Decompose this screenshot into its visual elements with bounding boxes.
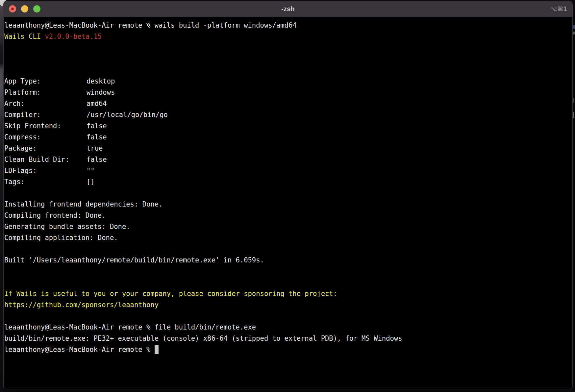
background-fragment — [573, 25, 575, 29]
terminal-line — [4, 53, 571, 64]
terminal-text: Compiling application: Done. — [4, 234, 118, 242]
info-value: amd64 — [87, 100, 107, 108]
terminal-line: Arch:amd64 — [4, 98, 571, 109]
info-value: true — [87, 144, 103, 152]
window-title: -zsh — [4, 1, 572, 17]
terminal-text: leaanthony@Leas-MacBook-Air remote % wai… — [4, 21, 297, 29]
info-value: false — [87, 133, 107, 141]
terminal-line: Built '/Users/leaanthony/remote/build/bi… — [4, 255, 571, 266]
terminal-line: leaanthony@Leas-MacBook-Air remote % — [4, 344, 571, 355]
terminal-line — [4, 277, 571, 288]
terminal-screen[interactable]: leaanthony@Leas-MacBook-Air remote % wai… — [4, 17, 572, 355]
terminal-line: leaanthony@Leas-MacBook-Air remote % wai… — [4, 20, 571, 31]
terminal-text: https://github.com/sponsors/leaanthony — [4, 301, 159, 309]
terminal-line — [4, 243, 571, 255]
info-label: Arch: — [4, 98, 87, 109]
terminal-line — [4, 310, 571, 322]
close-button[interactable] — [9, 5, 16, 12]
background-fragment — [573, 98, 574, 103]
terminal-line — [4, 266, 571, 277]
terminal-line — [4, 187, 571, 199]
tab-shortcut-badge: ⌥⌘1 — [550, 1, 567, 17]
info-label: App Type: — [4, 76, 87, 87]
terminal-line: Skip Frontend:false — [4, 120, 571, 132]
terminal-text: If Wails is useful to you or your compan… — [4, 290, 337, 298]
terminal-line: Compiling application: Done. — [4, 232, 571, 243]
terminal-line: If Wails is useful to you or your compan… — [4, 288, 571, 299]
terminal-line — [4, 64, 571, 76]
info-value: windows — [87, 88, 115, 96]
info-label: Platform: — [4, 87, 87, 98]
terminal-line: Tags:[] — [4, 176, 571, 187]
terminal-line: build/bin/remote.exe: PE32+ executable (… — [4, 333, 571, 344]
info-label: Compiler: — [4, 109, 87, 120]
window-titlebar[interactable]: -zsh ⌥⌘1 — [4, 1, 572, 17]
background-window-edge-right — [573, 0, 575, 392]
terminal-line: https://github.com/sponsors/leaanthony — [4, 299, 571, 310]
terminal-window: -zsh ⌥⌘1 leaanthony@Leas-MacBook-Air rem… — [3, 1, 573, 389]
info-label: Tags: — [4, 176, 87, 187]
info-label: LDFlags: — [4, 165, 87, 176]
terminal-cursor — [155, 345, 159, 354]
terminal-text: leaanthony@Leas-MacBook-Air remote % — [4, 346, 155, 354]
terminal-line: Compress:false — [4, 132, 571, 143]
terminal-text: Installing frontend dependencies: Done. — [4, 200, 162, 208]
info-label: Package: — [4, 143, 87, 154]
info-label: Clean Build Dir: — [4, 154, 87, 165]
terminal-line: Compiler:/usr/local/go/bin/go — [4, 109, 571, 120]
terminal-text: v2.0.0-beta.15 — [45, 33, 102, 40]
info-value: /usr/local/go/bin/go — [87, 111, 168, 119]
background-fragment — [573, 32, 575, 35]
terminal-line: Clean Build Dir:false — [4, 154, 571, 165]
terminal-line — [4, 42, 571, 53]
modified-indicator-dot — [11, 8, 14, 10]
terminal-text: Built '/Users/leaanthony/remote/build/bi… — [4, 256, 264, 264]
terminal-text: build/bin/remote.exe: PE32+ executable (… — [4, 334, 402, 342]
info-value: [] — [87, 178, 95, 186]
info-value: false — [87, 122, 107, 130]
terminal-line: Installing frontend dependencies: Done. — [4, 199, 571, 210]
info-value: desktop — [87, 77, 115, 85]
background-fragment — [573, 112, 574, 118]
terminal-line: Package:true — [4, 143, 571, 154]
info-label: Skip Frontend: — [4, 120, 87, 132]
terminal-text: Wails CLI — [4, 33, 45, 40]
terminal-text: Generating bundle assets: Done. — [4, 223, 130, 231]
info-value: "" — [87, 167, 95, 175]
info-label: Compress: — [4, 132, 87, 143]
terminal-line: Platform:windows — [4, 87, 571, 98]
terminal-line: Generating bundle assets: Done. — [4, 221, 571, 232]
minimize-button[interactable] — [21, 5, 28, 12]
terminal-line: LDFlags:"" — [4, 165, 571, 176]
zoom-button[interactable] — [33, 5, 40, 12]
terminal-line: Compiling frontend: Done. — [4, 210, 571, 221]
terminal-line: Wails CLI v2.0.0-beta.15 — [4, 31, 571, 42]
terminal-text: leaanthony@Leas-MacBook-Air remote % fil… — [4, 323, 256, 331]
terminal-line: App Type:desktop — [4, 76, 571, 87]
info-value: false — [87, 156, 107, 163]
terminal-line: leaanthony@Leas-MacBook-Air remote % fil… — [4, 322, 571, 333]
window-controls — [9, 1, 40, 17]
terminal-text: Compiling frontend: Done. — [4, 211, 106, 219]
